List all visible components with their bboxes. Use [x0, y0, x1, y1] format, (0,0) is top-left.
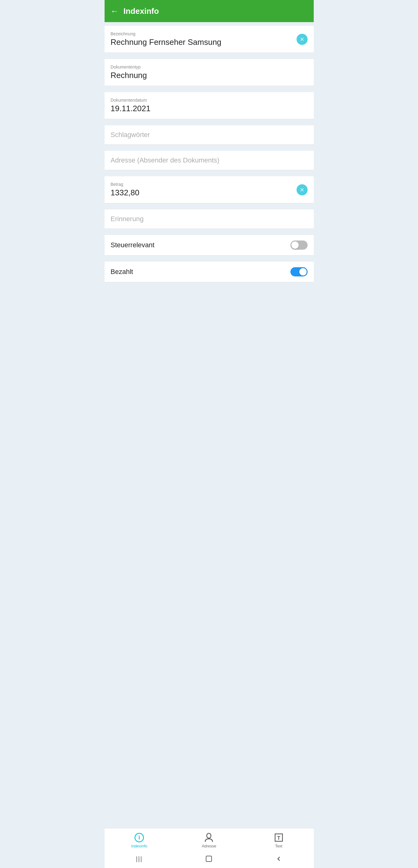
value-betrag: 1332,80: [111, 188, 297, 197]
clear-betrag-button[interactable]: [297, 184, 308, 195]
sep-1: [105, 54, 314, 58]
field-bezeichnung[interactable]: Bezeichnung Rechnung Fernseher Samsung: [105, 26, 314, 53]
system-navigation: |||: [105, 851, 314, 868]
sep-2: [105, 87, 314, 91]
toggle-steuerrelevant[interactable]: [290, 241, 308, 250]
field-dokumententyp-content: Dokumententyp Rechnung: [111, 64, 308, 80]
nav-label-indexinfo: Indexinfo: [131, 844, 147, 848]
nav-item-indexinfo[interactable]: i Indexinfo: [105, 832, 174, 849]
toggle-bezahlt-container: [290, 267, 308, 276]
label-bezeichnung: Bezeichnung: [111, 31, 297, 36]
nav-label-text: Text: [275, 844, 282, 848]
value-dokumententyp: Rechnung: [111, 71, 308, 80]
label-bezahlt: Bezahlt: [111, 268, 133, 276]
placeholder-adresse: Adresse (Absender des Dokuments): [111, 156, 219, 164]
value-bezeichnung: Rechnung Fernseher Samsung: [111, 37, 297, 47]
nav-label-adresse: Adresse: [202, 844, 216, 848]
field-erinnerung[interactable]: Erinnerung: [105, 210, 314, 229]
clear-bezeichnung-button[interactable]: [297, 34, 308, 45]
sep-7: [105, 230, 314, 234]
field-adresse-sender[interactable]: Adresse (Absender des Dokuments): [105, 151, 314, 170]
svg-rect-5: [206, 856, 212, 862]
field-bezahlt[interactable]: Bezahlt: [105, 262, 314, 282]
label-betrag: Betrag: [111, 182, 297, 187]
field-dokumentendatum[interactable]: Dokumentendatum 19.11.2021: [105, 92, 314, 119]
placeholder-schlagwoerter: Schlagwörter: [111, 131, 150, 139]
field-steuerrelevant[interactable]: Steuerrelevant: [105, 235, 314, 255]
bottom-navigation: i Indexinfo Adresse T Text: [105, 828, 314, 851]
system-back-button[interactable]: [275, 855, 283, 863]
nav-item-text[interactable]: T Text: [244, 832, 313, 849]
toggle-steuerrelevant-thumb: [291, 241, 299, 249]
field-betrag[interactable]: Betrag 1332,80: [105, 176, 314, 203]
nav-item-adresse[interactable]: Adresse: [174, 832, 244, 849]
toggle-bezahlt-thumb: [299, 268, 307, 276]
field-schlagwoerter[interactable]: Schlagwörter: [105, 125, 314, 145]
placeholder-erinnerung: Erinnerung: [111, 215, 144, 223]
indexinfo-icon: i: [134, 833, 144, 842]
system-home-button[interactable]: [205, 855, 213, 863]
sep-4: [105, 146, 314, 150]
sep-6: [105, 205, 314, 208]
system-menu-button[interactable]: |||: [135, 855, 143, 863]
sep-3: [105, 120, 314, 124]
field-bezeichnung-content: Bezeichnung Rechnung Fernseher Samsung: [111, 31, 297, 47]
label-steuerrelevant: Steuerrelevant: [111, 241, 154, 249]
sep-9: [105, 283, 314, 302]
label-dokumententyp: Dokumententyp: [111, 64, 308, 69]
toggle-steuerrelevant-container: [290, 241, 308, 250]
back-button[interactable]: ←: [111, 6, 119, 16]
value-dokumentendatum: 19.11.2021: [111, 104, 308, 113]
page-title: Indexinfo: [124, 6, 159, 16]
label-dokumentendatum: Dokumentendatum: [111, 98, 308, 102]
toggle-bezahlt[interactable]: [290, 267, 308, 276]
field-betrag-content: Betrag 1332,80: [111, 182, 297, 197]
field-dokumententyp[interactable]: Dokumententyp Rechnung: [105, 59, 314, 86]
adresse-icon: [204, 833, 214, 842]
svg-text:T: T: [277, 835, 280, 841]
svg-text:i: i: [139, 835, 140, 841]
text-icon: T: [274, 833, 284, 842]
field-dokumentendatum-content: Dokumentendatum 19.11.2021: [111, 98, 308, 113]
content-area: Bezeichnung Rechnung Fernseher Samsung D…: [105, 22, 314, 828]
svg-point-2: [207, 833, 211, 838]
sep-8: [105, 257, 314, 260]
sep-5: [105, 172, 314, 175]
header: ← Indexinfo: [105, 0, 314, 22]
